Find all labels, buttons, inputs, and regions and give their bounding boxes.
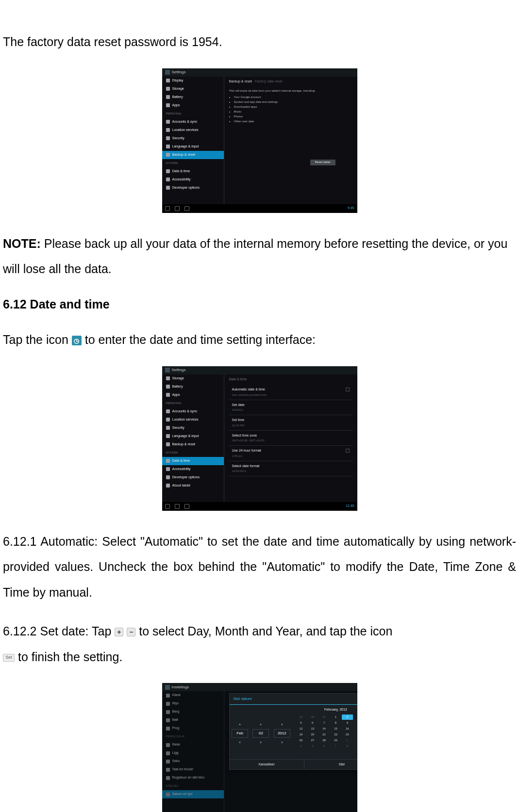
calendar-day[interactable]: 13 (307, 726, 318, 731)
calendar-day[interactable]: 30 (307, 715, 318, 720)
nav-back-icon[interactable] (165, 504, 170, 509)
calendar-day[interactable]: 6 (318, 744, 330, 749)
calendar-day[interactable]: 10 (353, 720, 357, 726)
row-timezone[interactable]: Select time zoneGMT+00:00, GMT+00:00 (229, 431, 352, 446)
sidebar-item-about[interactable]: About tablet (162, 482, 224, 490)
sidebar-item-battery[interactable]: Battery (162, 93, 224, 101)
calendar-day[interactable]: 5 (307, 744, 318, 749)
sidebar-item-location[interactable]: Location services (162, 416, 224, 424)
picker-day-column[interactable]: ▴ 02 ▾ (252, 721, 269, 746)
picker-year-column[interactable]: ▴ 2012 ▾ (274, 721, 290, 746)
calendar-day[interactable]: 27 (307, 738, 318, 743)
sidebar-item-storage[interactable]: Storage (162, 85, 224, 93)
sidebar-item-display[interactable]: Display (162, 77, 224, 85)
calendar-day[interactable]: 20 (307, 732, 318, 737)
row-date-format[interactable]: Select date format12/31/2011 (229, 461, 352, 477)
sidebar-item-accessibility[interactable]: Accessibility (162, 465, 224, 473)
picker-month-value: Feb (232, 729, 248, 738)
picker-down-icon[interactable]: ▾ (252, 740, 269, 746)
sidebar-item-date-time[interactable]: Date & time (162, 167, 224, 176)
picker-month-column[interactable]: ▴ Feb ▾ (232, 721, 248, 746)
picker-down-icon[interactable]: ▾ (274, 740, 290, 746)
set-button-icon: Set (3, 654, 15, 662)
sidebar-item-apps[interactable]: Apps (162, 101, 224, 110)
sidebar-item-accounts-sync[interactable]: Accounts & sync (162, 118, 224, 126)
sidebar-item-language[interactable]: Language & input (162, 143, 224, 151)
calendar-day[interactable]: 29 (330, 738, 341, 743)
calendar-day[interactable]: 21 (318, 732, 330, 737)
nav-recents-icon[interactable] (184, 504, 189, 509)
calendar-day[interactable]: 7 (318, 720, 330, 726)
storage-icon (166, 87, 170, 91)
calendar-day[interactable]: 15 (330, 726, 341, 731)
picker-up-icon[interactable]: ▴ (252, 721, 269, 727)
calendar-day[interactable]: 19 (296, 732, 307, 737)
picker-down-icon[interactable]: ▾ (232, 740, 248, 746)
sidebar-item-accounts-sync[interactable]: Accounts & sync (162, 407, 224, 416)
developer-icon (166, 475, 170, 479)
sidebar-item-storage[interactable]: Storage (162, 374, 224, 383)
calendar-day[interactable]: 31 (318, 715, 330, 720)
sidebar-item-security[interactable]: Security (162, 424, 224, 432)
calendar-day[interactable]: 17 (353, 726, 357, 731)
calendar-grid: 2930311234567891011121314151617181920212… (296, 715, 357, 749)
sidebar-item-developer[interactable]: Developer options (162, 473, 224, 482)
sync-icon (166, 120, 170, 124)
sidebar-item-apps[interactable]: Apps (162, 391, 224, 399)
nav-home-icon[interactable] (175, 206, 180, 211)
row-auto-date-time[interactable]: Automatic date & timeUse network-provide… (229, 385, 352, 400)
calendar-day[interactable]: 22 (330, 732, 341, 737)
sidebar-item: Taal en invoer (162, 765, 224, 774)
nav-back-icon[interactable] (165, 206, 170, 211)
sidebar-item-security[interactable]: Security (162, 134, 224, 143)
calendar-day[interactable]: 1 (330, 715, 341, 720)
picker-up-icon[interactable]: ▴ (232, 721, 248, 727)
row-24h-format[interactable]: Use 24-hour format1:00 pm (229, 446, 352, 461)
calendar-day[interactable]: 8 (342, 744, 353, 749)
battery-icon (166, 718, 170, 722)
sidebar-item-backup-reset[interactable]: Backup & reset (162, 440, 224, 449)
sidebar-item: Prog (162, 724, 224, 732)
sidebar-item-language[interactable]: Language & input (162, 432, 224, 440)
calendar-day[interactable]: 7 (330, 744, 341, 749)
sidebar-item-battery[interactable]: Battery (162, 383, 224, 391)
calendar-day[interactable]: 12 (296, 726, 307, 731)
calendar-day[interactable]: 29 (296, 715, 307, 720)
calendar-day[interactable]: 4 (296, 744, 307, 749)
calendar-day[interactable]: 1 (342, 738, 353, 743)
calendar-day[interactable]: 2 (353, 738, 357, 743)
calendar-day[interactable]: 9 (353, 744, 357, 749)
checkbox-24h[interactable] (346, 449, 350, 453)
security-icon (166, 426, 170, 430)
calendar-day[interactable]: 28 (318, 738, 330, 743)
calendar-day[interactable]: 14 (318, 726, 330, 731)
sidebar-item-backup-reset[interactable]: Backup & reset (162, 151, 224, 159)
calendar-day[interactable]: 16 (342, 726, 353, 731)
nav-recents-icon[interactable] (184, 206, 189, 211)
sidebar-item-location[interactable]: Location services (162, 126, 224, 134)
picker-up-icon[interactable]: ▴ (274, 721, 290, 727)
calendar-day[interactable]: 2 (342, 715, 353, 720)
calendar-day[interactable]: 3 (353, 715, 357, 720)
calendar-day[interactable]: 8 (330, 720, 341, 726)
calendar-day[interactable]: 23 (342, 732, 353, 737)
nav-home-icon[interactable] (175, 504, 180, 509)
row-set-date[interactable]: Set date1/6/2011 (229, 400, 352, 416)
checkbox-auto[interactable] (346, 388, 350, 391)
dialog-set-button[interactable]: Stel (304, 760, 357, 770)
dialog-cancel-button[interactable]: Kanselleer (230, 760, 305, 770)
sidebar-item-accessibility[interactable]: Accessibility (162, 176, 224, 184)
calendar-day[interactable]: 9 (342, 720, 353, 726)
reset-tablet-button[interactable]: Reset tablet (310, 160, 335, 165)
sidebar-header: STELSEL (162, 782, 224, 790)
screenshot2-settings-date-time: Settings Storage Battery Apps PERSONAL A… (162, 366, 357, 511)
calendar-day[interactable]: 5 (296, 720, 307, 726)
sidebar-item-developer[interactable]: Developer options (162, 184, 224, 192)
row-set-time[interactable]: Set time12:40 PM (229, 415, 352, 431)
calendar-day[interactable]: 26 (296, 738, 307, 743)
calendar-day[interactable]: 6 (307, 720, 318, 726)
location-icon (166, 418, 170, 422)
clock-icon: ◷ (72, 336, 82, 345)
sidebar-item-date-time[interactable]: Date & time (162, 457, 224, 465)
calendar-day[interactable]: 24 (353, 732, 357, 737)
